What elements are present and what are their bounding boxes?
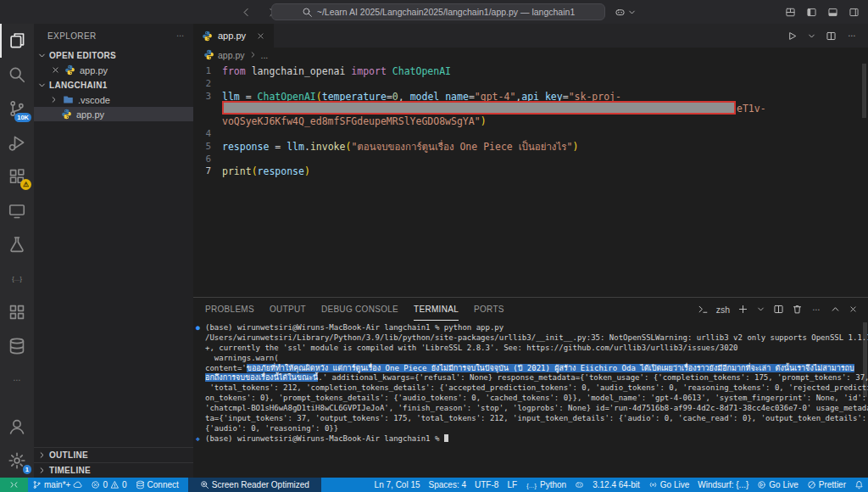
go-live-play[interactable]: Go Live xyxy=(753,478,802,492)
breadcrumb[interactable]: app.py ... xyxy=(193,48,868,62)
svg-text:⋯: ⋯ xyxy=(812,304,821,313)
chevron-down-icon[interactable] xyxy=(627,8,637,17)
close-panel-icon[interactable] xyxy=(849,305,858,314)
chevron-right-icon xyxy=(37,450,47,460)
indentation[interactable]: Spaces: 4 xyxy=(425,478,470,492)
panel-more-actions-icon[interactable]: ⋯ xyxy=(810,304,822,316)
database-icon xyxy=(136,480,145,489)
explorer-more-actions-icon[interactable]: ⋯ xyxy=(175,30,186,42)
activity-explorer-icon[interactable] xyxy=(0,24,34,58)
go-live[interactable]: Go Live xyxy=(644,478,693,492)
sidebar-title: EXPLORER xyxy=(47,31,97,41)
activity-remote-explorer-icon[interactable] xyxy=(0,193,34,227)
code-line[interactable]: 6 xyxy=(193,154,868,166)
code-line[interactable]: 7print(response) xyxy=(193,165,868,178)
activity-source-control-icon[interactable]: 10K xyxy=(0,92,34,126)
connect-status[interactable]: Connect xyxy=(131,478,183,492)
split-terminal-icon[interactable] xyxy=(773,304,784,315)
panel-tab-problems[interactable]: PROBLEMS xyxy=(205,298,254,321)
branch-status[interactable]: main*+ xyxy=(28,478,86,492)
run-dropdown-chevron-icon[interactable] xyxy=(807,31,816,41)
activity-testing-icon[interactable] xyxy=(0,227,34,261)
split-editor-icon[interactable] xyxy=(826,31,837,42)
copilot-status[interactable] xyxy=(570,478,588,492)
screen-reader-status[interactable]: Screen Reader Optimized xyxy=(188,478,321,492)
open-editors-section[interactable]: OPEN EDITORS xyxy=(34,48,193,63)
terminal-line: ❖(base) wirunwetsiri@Wiruns-MacBook-Air … xyxy=(205,434,863,444)
toggle-panel-icon[interactable] xyxy=(827,7,838,18)
activity-extensions-icon[interactable]: ⚠ xyxy=(0,159,34,193)
panel-tab-ports[interactable]: PORTS xyxy=(474,298,504,321)
panel-tab-debug-console[interactable]: DEBUG CONSOLE xyxy=(321,298,398,321)
prettier-status[interactable]: Prettier xyxy=(803,478,850,492)
activity-accounts-icon[interactable] xyxy=(0,410,34,444)
source-control-badge: 10K xyxy=(14,113,31,122)
activity-extension-grid-icon[interactable] xyxy=(0,295,34,329)
terminal-dropdown-chevron-icon[interactable] xyxy=(756,305,765,314)
file-app-py[interactable]: app.py xyxy=(34,107,193,121)
code-line[interactable]: voQSyeKJ6Kfw4Q_ed8mfSFGdeupeMRSlYeGDO8wS… xyxy=(193,115,868,128)
code-editor[interactable]: 1from langchain_openai import ChatOpenAI… xyxy=(193,62,868,297)
copilot-icon[interactable] xyxy=(615,7,626,18)
cursor-position[interactable]: Ln 7, Col 15 xyxy=(370,478,425,492)
python-file-icon xyxy=(64,64,75,75)
terminal-line: ta={'input_tokens': 37, 'output_tokens':… xyxy=(205,414,863,424)
line-number: 1 xyxy=(193,65,222,78)
activity-run-and-debug-icon[interactable] xyxy=(0,126,34,159)
panel-tab-terminal[interactable]: TERMINAL xyxy=(414,298,459,321)
command-center-search[interactable]: ~/Learn AI 2025/Langchain2025/langchain1… xyxy=(271,3,605,20)
panel-tab-output[interactable]: OUTPUT xyxy=(270,298,306,321)
notifications-bell[interactable] xyxy=(850,478,868,492)
run-python-file-icon[interactable] xyxy=(787,31,798,42)
kill-terminal-icon[interactable] xyxy=(792,304,803,315)
windsurf-status[interactable]: Windsurf: {...} xyxy=(693,478,753,492)
python-file-icon xyxy=(202,31,213,42)
eol-sequence[interactable]: LF xyxy=(503,478,521,492)
cloud-icon xyxy=(73,480,82,489)
close-tab-icon[interactable] xyxy=(256,31,265,41)
new-terminal-icon[interactable] xyxy=(737,304,748,315)
remote-icon xyxy=(9,480,19,489)
back-icon[interactable] xyxy=(239,5,253,19)
toggle-secondary-sidebar-icon[interactable] xyxy=(849,7,860,18)
language-mode[interactable]: {…}Python xyxy=(521,478,570,492)
encoding[interactable]: UTF-8 xyxy=(470,478,503,492)
code-line[interactable]: 2 xyxy=(193,78,868,91)
titlebar: ~/Learn AI 2025/Langchain2025/langchain1… xyxy=(0,0,868,24)
activity-search-icon[interactable] xyxy=(0,58,34,92)
open-editor-app-py[interactable]: app.py xyxy=(34,63,193,77)
line-number: 3 xyxy=(193,91,222,103)
shell-label[interactable]: zsh xyxy=(716,305,730,315)
braces-icon: {…} xyxy=(526,479,537,491)
code-line[interactable]: 4 xyxy=(193,128,868,141)
activity-snippets-icon[interactable]: {…} xyxy=(0,261,34,295)
copilot-icon xyxy=(575,480,584,489)
chevron-right-icon xyxy=(37,466,47,475)
customize-layout-icon[interactable] xyxy=(785,7,796,18)
bell-icon xyxy=(854,480,864,489)
close-icon[interactable] xyxy=(51,65,60,75)
folder-vscode[interactable]: .vscode xyxy=(34,92,193,107)
activity-more-views-icon[interactable]: ⋯ xyxy=(0,363,34,397)
toggle-sidebar-icon[interactable] xyxy=(806,7,817,18)
terminal[interactable]: ●(base) wirunwetsiri@Wiruns-MacBook-Air … xyxy=(193,321,868,478)
activity-settings-icon[interactable]: 1 xyxy=(0,444,34,478)
svg-text:{…}: {…} xyxy=(526,482,537,489)
activity-database-icon[interactable] xyxy=(0,329,34,363)
remote-indicator[interactable] xyxy=(0,478,28,492)
maximize-panel-icon[interactable] xyxy=(830,304,841,315)
timeline-section[interactable]: TIMELINE xyxy=(34,462,193,478)
settings-badge: 1 xyxy=(23,465,31,474)
python-interpreter[interactable]: 3.12.4 64-bit xyxy=(588,478,644,492)
code-line[interactable]: eT1v- xyxy=(193,103,868,115)
editor-scrollbar[interactable] xyxy=(862,64,866,118)
workspace-root-section[interactable]: LANGCHAIN1 xyxy=(34,77,193,92)
command-success-icon: ● xyxy=(196,323,200,333)
problems-status[interactable]: 00 xyxy=(86,478,131,492)
code-line[interactable]: 5response = llm.invoke("ตอนจบของการ์ตูนเ… xyxy=(193,141,868,154)
terminal-line: content='ขออภัยที่ทำให้คุณผิดหวัง แต่การ… xyxy=(205,364,863,374)
outline-section[interactable]: OUTLINE xyxy=(34,447,193,462)
tab-app-py[interactable]: app.py xyxy=(193,24,274,48)
editor-more-actions-icon[interactable]: ⋯ xyxy=(846,30,858,42)
code-line[interactable]: 1from langchain_openai import ChatOpenAI xyxy=(193,65,868,78)
